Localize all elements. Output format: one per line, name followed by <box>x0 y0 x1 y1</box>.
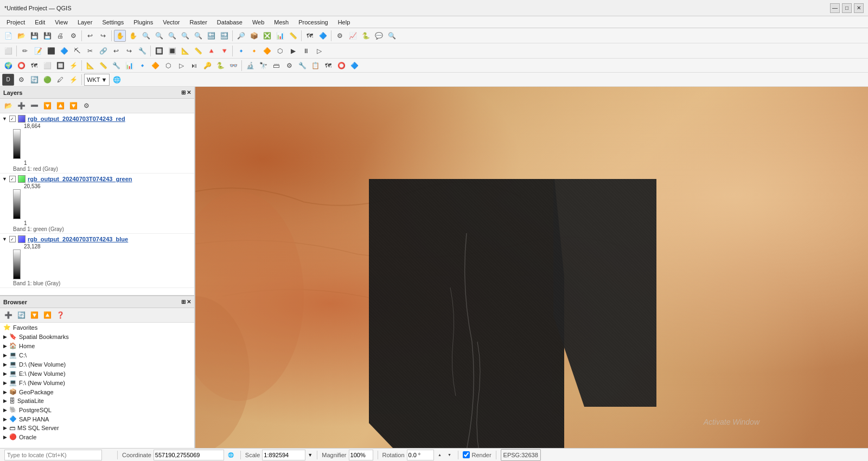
browser-sap-hana[interactable]: ▶ 🔷 SAP HANA <box>0 414 194 424</box>
adv-digit-btn-1[interactable]: 🔹 <box>235 45 247 57</box>
extra-btn-6[interactable]: ⚡ <box>67 74 79 86</box>
plugin-btn-3[interactable]: 🗺 <box>28 60 40 72</box>
statistics-button[interactable]: 📈 <box>347 30 359 42</box>
digitize-btn-6[interactable]: ✂ <box>84 45 96 57</box>
identify-button[interactable]: 🔎 <box>235 30 247 42</box>
plugin-btn-13[interactable]: ⬡ <box>162 60 174 72</box>
plugin-btn-15[interactable]: ⏯ <box>188 60 200 72</box>
python-button[interactable]: 🐍 <box>360 30 372 42</box>
pan-map-button[interactable]: ✋ <box>114 30 126 42</box>
menu-vector[interactable]: Vector <box>158 18 184 27</box>
menu-plugins[interactable]: Plugins <box>129 18 157 27</box>
digitize-btn-7[interactable]: 🔗 <box>97 45 109 57</box>
browser-close-icon[interactable]: ✕ <box>187 299 191 305</box>
deselect-button[interactable]: ❎ <box>261 30 273 42</box>
measure-button[interactable]: 📏 <box>287 30 299 42</box>
adv-digit-btn-5[interactable]: ▶ <box>287 45 299 57</box>
rotation-up-btn[interactable]: ▲ <box>436 452 444 458</box>
open-table-button[interactable]: 📊 <box>274 30 286 42</box>
snapping-btn-4[interactable]: 📏 <box>192 45 204 57</box>
browser-f-drive[interactable]: ▶ 💻 F:\ (New Volume) <box>0 378 194 387</box>
plugin-btn-12[interactable]: 🔶 <box>149 60 161 72</box>
plugin-btn-8[interactable]: 📏 <box>97 60 109 72</box>
browser-e-drive[interactable]: ▶ 💻 E:\ (New Volume) <box>0 369 194 378</box>
save-project-button[interactable]: 💾 <box>28 30 40 42</box>
browser-filter-btn[interactable]: 🔽 <box>28 309 40 321</box>
adv-digit-btn-2[interactable]: 🔸 <box>248 45 260 57</box>
plugin-btn-11[interactable]: 🔹 <box>136 60 148 72</box>
zoom-out-button[interactable]: 🔍 <box>153 30 165 42</box>
layers-close-icon[interactable]: ✕ <box>187 89 191 95</box>
layers-dock-icon[interactable]: ⊞ <box>181 89 186 95</box>
browser-dock-icon[interactable]: ⊞ <box>181 299 186 305</box>
plugin-btn-18[interactable]: 👓 <box>227 60 239 72</box>
open-project-button[interactable]: 📂 <box>15 30 27 42</box>
map-canvas[interactable]: Activate Window <box>195 87 868 448</box>
layer-expand-green[interactable]: ▼ <box>2 176 7 182</box>
minimize-button[interactable]: — <box>830 3 840 13</box>
browser-mssql[interactable]: ▶ 🗃 MS SQL Server <box>0 424 194 432</box>
new-project-button[interactable]: 📄 <box>2 30 14 42</box>
adv-digit-btn-6[interactable]: ⏸ <box>300 45 312 57</box>
plugin-btn-25[interactable]: 🗺 <box>322 60 334 72</box>
zoom-last-button[interactable]: 🔙 <box>205 30 217 42</box>
coordinate-crs-btn[interactable]: 🌐 <box>226 450 236 460</box>
browser-d-drive[interactable]: ▶ 💻 D:\ (New Volume) <box>0 360 194 369</box>
browser-home[interactable]: ▶ 🏠 Home <box>0 341 194 350</box>
layer-name-label-green[interactable]: rgb_output_20240703T074243_green <box>28 176 132 182</box>
menu-raster[interactable]: Raster <box>185 18 211 27</box>
browser-collapse-btn[interactable]: 🔼 <box>41 309 53 321</box>
digitize-btn-1[interactable]: ✏ <box>19 45 31 57</box>
digitize-btn-5[interactable]: ⛏ <box>71 45 83 57</box>
coordinate-value-input[interactable] <box>154 450 224 460</box>
browser-refresh-btn[interactable]: 🔄 <box>15 309 27 321</box>
layer-visible-green[interactable] <box>9 176 16 182</box>
layer-expand-blue[interactable]: ▼ <box>2 236 7 242</box>
adv-digit-btn-4[interactable]: ⬡ <box>274 45 286 57</box>
extra-btn-1[interactable]: D <box>2 74 14 86</box>
layer-visible-blue[interactable] <box>9 236 16 242</box>
digitize-btn-2[interactable]: 📝 <box>32 45 44 57</box>
rotation-down-btn[interactable]: ▼ <box>446 452 454 458</box>
layer-diagram-button[interactable]: 🗺 <box>304 30 316 42</box>
scale-value-input[interactable] <box>262 450 305 460</box>
wkt-dropdown[interactable]: WKT ▼ <box>84 74 110 86</box>
menu-processing[interactable]: Processing <box>294 18 332 27</box>
plugin-btn-27[interactable]: 🔷 <box>348 60 360 72</box>
browser-geopackage[interactable]: ▶ 📦 GeoPackage <box>0 387 194 396</box>
render-checkbox[interactable] <box>463 451 470 458</box>
plugin-btn-6[interactable]: ⚡ <box>67 60 79 72</box>
plugin-btn-4[interactable]: ⬜ <box>41 60 53 72</box>
layer-name-label-blue[interactable]: rgb_output_20240703T074243_blue <box>28 236 128 242</box>
snapping-btn-2[interactable]: 🔳 <box>166 45 178 57</box>
layers-open-btn[interactable]: 📂 <box>2 100 14 112</box>
menu-help[interactable]: Help <box>334 18 355 27</box>
browser-c-drive[interactable]: ▶ 💻 C:\ <box>0 350 194 360</box>
snapping-btn-3[interactable]: 📐 <box>179 45 191 57</box>
browser-help-btn[interactable]: ❓ <box>54 309 66 321</box>
extra-btn-3[interactable]: 🔄 <box>28 74 40 86</box>
layer-name-label-red[interactable]: rgb_output_20240703T074243_red <box>28 116 125 122</box>
plugin-btn-21[interactable]: 🗃 <box>270 60 282 72</box>
crs-button[interactable]: 🌐 <box>111 74 123 86</box>
plugin-btn-26[interactable]: ⭕ <box>335 60 347 72</box>
select-button[interactable]: 📦 <box>248 30 260 42</box>
plugin-btn-1[interactable]: 🌍 <box>2 60 14 72</box>
plugin-btn-16[interactable]: 🔑 <box>201 60 213 72</box>
layers-filter-btn[interactable]: 🔽 <box>41 100 53 112</box>
plugin-btn-10[interactable]: 📊 <box>123 60 135 72</box>
plugin-btn-23[interactable]: 🔧 <box>296 60 308 72</box>
zoom-selection-button[interactable]: 🔍 <box>166 30 178 42</box>
plugin-btn-17[interactable]: 🐍 <box>214 60 226 72</box>
layers-up-btn[interactable]: 🔼 <box>54 100 66 112</box>
settings-button[interactable]: ⚙ <box>67 30 79 42</box>
plugin-btn-5[interactable]: 🔲 <box>54 60 66 72</box>
print-layout-button[interactable]: 🖨 <box>54 30 66 42</box>
redo-button[interactable]: ↪ <box>97 30 109 42</box>
current-edits-button[interactable]: ⬜ <box>2 45 14 57</box>
epsg-button[interactable]: EPSG:32638 <box>501 449 541 461</box>
menu-project[interactable]: Project <box>2 18 29 27</box>
browser-spatialite[interactable]: ▶ 🗄 SpatiaLite <box>0 396 194 405</box>
scale-dropdown-btn[interactable]: ▼ <box>308 452 312 458</box>
snapping-btn[interactable]: 🔲 <box>153 45 165 57</box>
